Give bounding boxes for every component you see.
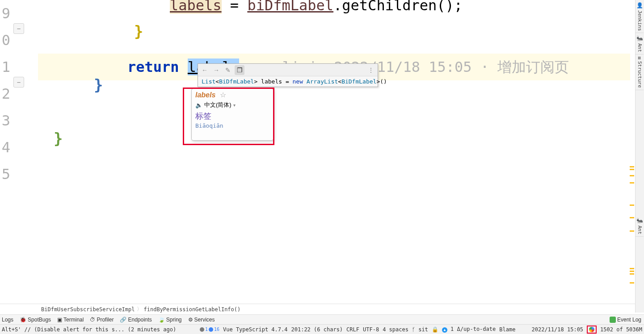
line-number: 3 <box>0 107 10 134</box>
more-menu-icon[interactable]: ⋮ <box>366 65 376 75</box>
line-number-gutter: 9 0 1 2 3 4 5 <box>0 0 11 302</box>
edit-icon[interactable]: ✎ <box>223 65 233 75</box>
doc-icon[interactable]: ❐ <box>235 65 244 75</box>
endpoints-icon: 🔗 <box>120 317 126 323</box>
toolwindow-spring[interactable]: 🍃Spring <box>158 317 182 323</box>
toolwindow-services[interactable]: ⚙Services <box>188 317 215 323</box>
line-number: 1 <box>0 54 10 80</box>
dropdown-caret-icon[interactable]: ▾ <box>233 103 236 108</box>
tab-label: Ant <box>637 225 643 234</box>
status-memory[interactable]: 1502 of 5036M <box>600 326 642 333</box>
type-token: BiDfmLabel <box>341 78 376 85</box>
ant-icon: 🐜 <box>636 217 643 224</box>
type-token: ArrayList <box>307 78 338 85</box>
breadcrumb-item[interactable]: BiDfmUserSubscribeServiceImpl <box>39 306 137 313</box>
bug-icon: 🐞 <box>20 317 26 323</box>
fold-toggle-icon[interactable]: − <box>13 23 24 34</box>
brace-token: } <box>134 22 143 40</box>
translation-popup[interactable]: labels ☆ 🔈 中文(简体) ▾ 标签 Biāoqiān <box>191 88 274 141</box>
breadcrumb: BiDfmUserSubscribeServiceImpl 〉 findByPe… <box>0 304 644 314</box>
line-number: 9 <box>0 0 10 27</box>
terminal-icon: ▣ <box>57 317 62 323</box>
nav-back-icon[interactable]: ← <box>200 65 210 75</box>
error-stripe-mark[interactable] <box>630 273 634 275</box>
google-icon[interactable] <box>589 326 595 333</box>
error-stripe-mark[interactable] <box>630 175 634 176</box>
error-stripe-mark[interactable] <box>630 166 634 167</box>
variable-token: labels <box>170 0 222 14</box>
error-stripe-mark[interactable] <box>630 282 634 284</box>
nav-forward-icon[interactable]: → <box>211 65 221 75</box>
toolwindow-terminal[interactable]: ▣Terminal <box>57 317 84 323</box>
method-token: getChildren <box>342 0 437 14</box>
code-line: } <box>94 71 103 98</box>
toolwindow-event-log[interactable]: Event Log <box>610 317 641 323</box>
toolwindow-label: SpotBugs <box>28 317 51 323</box>
error-stripe-mark[interactable] <box>630 169 634 170</box>
status-indent[interactable]: 4 spaces <box>383 326 408 333</box>
toolwindow-logs[interactable]: Logs <box>2 317 13 323</box>
status-caret-position[interactable]: 201:22 (6 chars) <box>291 326 343 333</box>
translation-word: labels <box>195 91 215 99</box>
error-stripe[interactable] <box>628 0 634 302</box>
favorite-star-icon[interactable]: ☆ <box>220 91 226 99</box>
toolwindow-spotbugs[interactable]: 🐞SpotBugs <box>20 317 51 323</box>
error-stripe-mark[interactable] <box>630 205 634 206</box>
status-git-branch[interactable]: ᚶ sit <box>412 326 428 333</box>
right-tab-ant-bottom[interactable]: 🐜Ant <box>636 215 644 237</box>
indicator-count: 16 <box>214 327 219 332</box>
line-number: 0 <box>0 27 10 54</box>
error-stripe-mark[interactable] <box>630 268 634 269</box>
tab-label: Ant <box>637 43 643 52</box>
error-stripe-mark[interactable] <box>630 230 634 232</box>
status-uptodate[interactable]: ▲ 1 Δ/up-to-date <box>442 326 496 333</box>
type-token: List <box>202 78 215 85</box>
error-stripe-mark[interactable] <box>630 217 634 218</box>
quick-doc-toolbar: ← → ✎ ❐ ⋮ <box>198 64 378 76</box>
line-number: 4 <box>0 134 10 161</box>
audio-icon[interactable]: 🔈 <box>195 102 202 109</box>
quick-doc-signature: List<BiDfmLabel> labels = new ArrayList<… <box>198 76 378 87</box>
event-log-icon <box>610 317 616 323</box>
line-number: 2 <box>0 80 10 107</box>
profiler-icon: ⏱ <box>90 317 95 323</box>
brace-token: } <box>94 76 103 94</box>
blame-timestamp: 2022/11/18 15:05 <box>531 326 583 333</box>
toolwindow-profiler[interactable]: ⏱Profiler <box>90 317 114 323</box>
toolwindow-label: Terminal <box>63 317 84 323</box>
code-area[interactable]: labels = biDfmLabel.getChildren(); } ret… <box>38 0 630 302</box>
type-token: BiDfmLabel <box>219 78 254 85</box>
right-tab-ant[interactable]: 🐜Ant <box>636 33 644 54</box>
status-encoding[interactable]: UTF-8 <box>363 326 379 333</box>
blame-label: Blame <box>499 326 515 333</box>
status-blame[interactable]: Blame 2022/11/18 15:05 <box>499 326 583 333</box>
keyword-return: return <box>127 58 188 75</box>
jenkins-icon: 👤 <box>636 2 643 8</box>
tab-label: Structure <box>637 61 643 88</box>
lock-icon[interactable]: 🔒 <box>432 326 438 333</box>
fold-toggle-icon[interactable]: − <box>13 77 24 88</box>
background-tasks-indicator[interactable]: 1 16 <box>200 327 219 332</box>
quick-doc-popup[interactable]: ← → ✎ ❐ ⋮ List<BiDfmLabel> labels = new … <box>198 63 378 87</box>
highlight-annotation <box>587 326 597 334</box>
toolwindow-endpoints[interactable]: 🔗Endpoints <box>120 317 152 323</box>
indicator-count: 1 <box>205 327 208 332</box>
indicator-dot-icon <box>200 327 204 332</box>
status-line-separator[interactable]: CRLF <box>346 326 359 333</box>
toolwindow-label: Services <box>194 317 215 323</box>
right-tab-jenkins[interactable]: 👤Jenkins <box>636 0 644 33</box>
tab-label: Jenkins <box>637 10 643 31</box>
translation-language[interactable]: 中文(简体) <box>204 101 232 109</box>
status-vue-ts[interactable]: Vue TypeScript 4.7.4 <box>223 326 288 333</box>
status-bar: Alt+S' // (Disable alert for this s... (… <box>0 324 644 334</box>
line-number: 5 <box>0 161 10 188</box>
breadcrumb-item[interactable]: findByPermissionGetLabelInfo() <box>142 306 243 313</box>
code-editor[interactable]: 9 0 1 2 3 4 5 − − labels = biDfmLabel.ge… <box>0 0 630 302</box>
error-stripe-mark[interactable] <box>630 182 634 184</box>
error-stripe-mark[interactable] <box>630 271 634 272</box>
right-tab-structure[interactable]: ≡Structure <box>636 54 644 90</box>
paren-token: () <box>380 78 387 85</box>
services-icon: ⚙ <box>188 317 193 323</box>
toolwindow-label: Endpoints <box>128 317 152 323</box>
var-token: labels <box>257 78 286 85</box>
